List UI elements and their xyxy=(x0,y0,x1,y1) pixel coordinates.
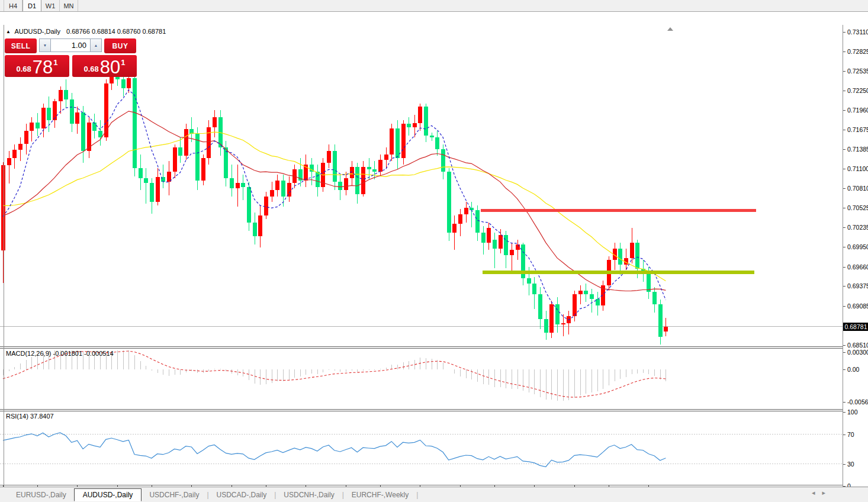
symbol-tab-usdcad[interactable]: USDCAD-,Daily xyxy=(209,489,275,501)
price-axis-label: 0.71100 xyxy=(847,165,868,172)
macd-axis-label: -0.005648 xyxy=(847,398,868,406)
tabs-scroll-left-icon[interactable]: ◂ xyxy=(812,489,815,497)
price-axis-label: 0.70235 xyxy=(847,224,868,231)
price-axis-tick xyxy=(843,52,846,52)
timeframe-tab-d1[interactable]: D1 xyxy=(22,0,41,11)
macd-axis-tick xyxy=(843,369,846,370)
rsi-axis-label: 30 xyxy=(847,461,854,468)
price-axis-label: 0.72535 xyxy=(847,67,868,75)
volume-increase-button[interactable]: ▲ xyxy=(90,38,102,52)
price-axis-tick xyxy=(843,227,846,228)
one-click-trading-panel: SELL ▼ ▲ BUY 0.68 78 1 0.68 80 1 xyxy=(5,38,139,77)
price-axis-tick xyxy=(843,188,846,189)
price-axis-tick xyxy=(843,247,846,247)
price-axis-tick xyxy=(843,208,846,208)
price-axis-tick xyxy=(843,110,846,111)
sell-price-box[interactable]: 0.68 78 1 xyxy=(5,55,69,77)
price-axis-label: 0.71385 xyxy=(847,146,868,153)
sell-price-big: 78 xyxy=(33,60,53,75)
mt4-terminal: H4D1W1MN ▲ AUDUSD-,Daily 0.68766 0.68814… xyxy=(0,0,868,502)
symbol-tab-eurusd[interactable]: EURUSD-,Daily xyxy=(8,489,74,501)
price-axis-label: 0.69375 xyxy=(847,282,868,289)
price-axis-tick xyxy=(843,169,846,169)
price-axis-label: 0.70525 xyxy=(847,204,868,211)
price-axis-tick xyxy=(843,306,846,307)
rsi-axis-tick xyxy=(843,435,846,435)
spinner-up-icon: ▲ xyxy=(94,43,98,47)
timeframe-tab-w1[interactable]: W1 xyxy=(41,0,60,11)
macd-indicator-label: MACD(12,26,9) -0.001801 -0.000514 xyxy=(6,350,114,357)
symbol-tab-usdchf[interactable]: USDCHF-,Daily xyxy=(142,489,207,501)
buy-button[interactable]: BUY xyxy=(104,38,136,53)
buy-price-box[interactable]: 0.68 80 1 xyxy=(72,55,137,77)
symbol-tab-eurchf[interactable]: EURCHF-,Weekly xyxy=(344,489,416,501)
buy-price-sup: 1 xyxy=(121,58,125,67)
price-axis-tick xyxy=(843,71,846,72)
price-axis-label: 0.70810 xyxy=(847,185,868,192)
price-axis-label: 0.68510 xyxy=(847,342,868,349)
price-axis-tick xyxy=(843,286,846,287)
chart-left-border xyxy=(4,25,4,499)
price-axis-tick xyxy=(843,267,846,268)
spinner-down-icon: ▼ xyxy=(43,43,47,47)
sell-price-prefix: 0.68 xyxy=(16,65,31,73)
price-axis-label: 0.73110 xyxy=(847,28,868,36)
sell-price-sup: 1 xyxy=(53,58,57,67)
price-axis-label: 0.69085 xyxy=(847,303,868,310)
volume-input[interactable] xyxy=(51,38,90,52)
rsi-axis-label: 70 xyxy=(847,431,854,438)
symbol-tab-audusd[interactable]: AUDUSD-,Daily xyxy=(74,488,142,501)
chart-ohlc-quotes: 0.68766 0.68814 0.68760 0.68781 xyxy=(66,28,166,35)
tab-separator: | xyxy=(416,491,418,499)
price-axis-label: 0.71960 xyxy=(847,107,868,114)
price-axis-label: 0.69950 xyxy=(847,243,868,250)
chart-title: ▲ AUDUSD-,Daily 0.68766 0.68814 0.68760 … xyxy=(6,28,166,35)
macd-axis-label: 0.00 xyxy=(847,366,859,373)
collapse-panel-icon[interactable]: ▲ xyxy=(6,29,11,34)
macd-axis-label: 0.003003 xyxy=(847,349,868,356)
price-axis-tick xyxy=(843,91,846,91)
price-axis-tick xyxy=(843,32,846,33)
sell-button[interactable]: SELL xyxy=(5,38,37,53)
rsi-indicator-label: RSI(14) 37.8407 xyxy=(6,413,54,420)
buy-price-prefix: 0.68 xyxy=(83,65,98,73)
chart-tabs-bar: EURUSD-,DailyAUDUSD-,DailyUSDCHF-,Daily|… xyxy=(0,487,868,502)
volume-decrease-button[interactable]: ▼ xyxy=(39,38,51,52)
macd-axis-tick xyxy=(843,352,846,353)
symbol-tab-usdcnh[interactable]: USDCNH-,Daily xyxy=(276,489,342,501)
buy-price-big: 80 xyxy=(100,60,120,75)
price-axis-label: 0.69660 xyxy=(847,263,868,271)
price-axis-label: 0.72825 xyxy=(847,48,868,55)
price-axis[interactable]: 0.68781 0.731100.728250.725350.722500.71… xyxy=(843,25,868,499)
price-axis-label: 0.71675 xyxy=(847,126,868,133)
tabs-scroll-right-icon[interactable]: ▸ xyxy=(822,489,825,497)
rsi-axis-tick xyxy=(843,464,846,465)
price-axis-tick xyxy=(843,345,846,346)
macd-axis-tick xyxy=(843,402,846,403)
rsi-panel[interactable] xyxy=(0,411,843,485)
chart-window[interactable]: ▲ AUDUSD-,Daily 0.68766 0.68814 0.68760 … xyxy=(0,12,868,487)
price-axis-tick xyxy=(843,149,846,150)
timeframe-tab-mn[interactable]: MN xyxy=(60,0,78,11)
macd-panel[interactable] xyxy=(0,349,843,409)
price-axis-tick xyxy=(843,130,846,130)
rsi-axis-tick xyxy=(843,412,846,413)
price-axis-label: 0.72250 xyxy=(847,87,868,94)
chart-symbol-label: AUDUSD-,Daily xyxy=(14,28,60,35)
timeframe-toolbar: H4D1W1MN xyxy=(0,0,868,12)
bid-price-tag: 0.68781 xyxy=(843,323,868,331)
rsi-axis-label: 100 xyxy=(847,408,858,416)
price-axis-separator[interactable] xyxy=(843,25,843,499)
timeframe-tab-h4[interactable]: H4 xyxy=(4,0,22,11)
